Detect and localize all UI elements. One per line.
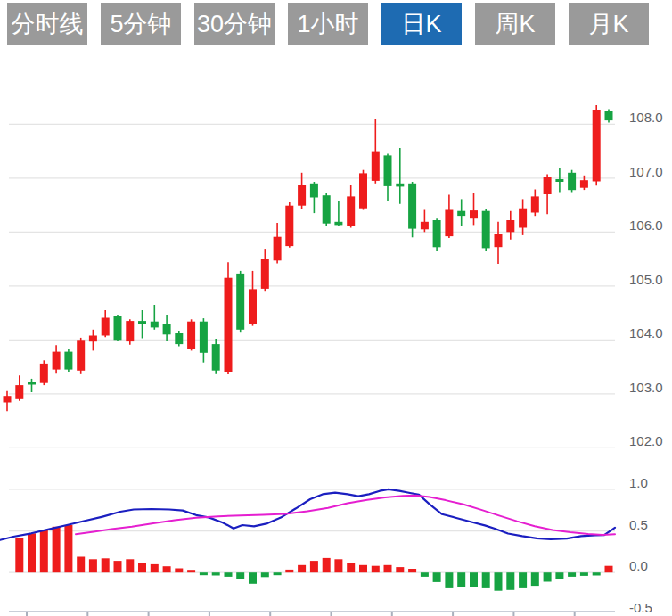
candle-body bbox=[274, 237, 282, 261]
candle-body bbox=[249, 289, 257, 324]
kline-chart-screen: 分时线5分钟30分钟1小时日K周K月K 108.0107.0106.0105.0… bbox=[0, 0, 672, 616]
candle-body bbox=[482, 211, 490, 249]
macd-bar-down bbox=[445, 572, 453, 588]
candle-body bbox=[384, 155, 392, 186]
macd-axis-label: -0.5 bbox=[629, 600, 652, 615]
macd-bar-down bbox=[249, 572, 257, 584]
price-axis-label: 105.0 bbox=[629, 272, 663, 287]
macd-bar-up bbox=[359, 565, 367, 572]
candle-body bbox=[445, 210, 453, 237]
candle-body bbox=[359, 173, 367, 208]
candle-body bbox=[506, 220, 514, 232]
candle-body bbox=[225, 278, 233, 372]
candle-body bbox=[298, 185, 306, 206]
macd-bar-up bbox=[285, 570, 293, 572]
price-axis-label: 103.0 bbox=[629, 380, 663, 395]
candle-body bbox=[126, 321, 134, 341]
candle-body bbox=[347, 196, 355, 226]
candle-body bbox=[408, 184, 416, 229]
macd-bar-up bbox=[77, 557, 85, 573]
candle-body bbox=[605, 111, 613, 120]
candle-body bbox=[396, 184, 404, 187]
macd-bar-down bbox=[274, 572, 282, 575]
macd-bar-up bbox=[187, 570, 195, 572]
candle-body bbox=[593, 110, 601, 182]
macd-bar-up bbox=[89, 559, 97, 572]
candle-body bbox=[433, 220, 441, 247]
macd-bar-down bbox=[495, 572, 503, 591]
candle-body bbox=[519, 209, 527, 228]
macd-bar-up bbox=[372, 566, 380, 573]
macd-bar-down bbox=[433, 572, 441, 582]
candle-body bbox=[310, 184, 318, 198]
macd-bar-up bbox=[334, 559, 342, 572]
macd-axis-label: 1.0 bbox=[629, 475, 648, 490]
macd-bar-up bbox=[396, 567, 404, 572]
candle-body bbox=[544, 177, 552, 194]
candle-body bbox=[334, 222, 342, 226]
candle-body bbox=[421, 222, 429, 229]
candle-body bbox=[470, 210, 478, 218]
macd-bar-down bbox=[421, 572, 429, 577]
macd-bar-up bbox=[408, 569, 416, 572]
macd-bar-down bbox=[212, 572, 220, 575]
macd-axis-label: 0.0 bbox=[629, 558, 648, 573]
macd-bar-down bbox=[506, 572, 514, 590]
candle-body bbox=[53, 352, 61, 370]
candle-body bbox=[580, 180, 588, 188]
dea-line bbox=[76, 496, 615, 535]
candle-body bbox=[77, 340, 85, 371]
macd-bar-down bbox=[544, 572, 552, 581]
macd-bar-down bbox=[482, 572, 490, 588]
macd-bar-down bbox=[555, 572, 563, 579]
price-axis-label: 106.0 bbox=[629, 218, 663, 233]
candle-body bbox=[187, 322, 195, 349]
macd-bar-up bbox=[347, 563, 355, 572]
macd-bar-up bbox=[15, 538, 23, 572]
candle-body bbox=[114, 316, 122, 341]
candle-body bbox=[236, 274, 244, 330]
macd-bar-up bbox=[298, 565, 306, 572]
candle-body bbox=[40, 364, 48, 383]
macd-bar-up bbox=[175, 569, 183, 573]
candle-body bbox=[457, 211, 465, 216]
candle-body bbox=[102, 318, 110, 336]
candle-body bbox=[138, 321, 146, 324]
macd-bar-up bbox=[151, 564, 159, 572]
price-axis-label: 104.0 bbox=[629, 325, 663, 341]
macd-bar-up bbox=[310, 561, 318, 572]
candle-body bbox=[89, 336, 97, 342]
candle-body bbox=[151, 322, 159, 328]
candle-body bbox=[4, 396, 12, 402]
candle-body bbox=[212, 344, 220, 371]
macd-bar-down bbox=[568, 572, 576, 577]
macd-bar-up bbox=[163, 566, 171, 572]
macd-bar-up bbox=[114, 561, 122, 572]
macd-bar-up bbox=[126, 559, 134, 572]
candle-body bbox=[163, 324, 171, 335]
candle-body bbox=[285, 206, 293, 246]
macd-bar-up bbox=[64, 525, 72, 572]
macd-bar-down bbox=[225, 572, 233, 577]
macd-bar-down bbox=[580, 572, 588, 576]
macd-bar-up bbox=[384, 565, 392, 572]
macd-bar-down bbox=[470, 572, 478, 587]
candle-body bbox=[495, 234, 503, 247]
macd-bar-up bbox=[40, 530, 48, 573]
candle-body bbox=[15, 385, 23, 399]
chart-svg: 108.0107.0106.0105.0104.0103.0102.01.00.… bbox=[0, 0, 672, 616]
price-axis-label: 102.0 bbox=[629, 433, 663, 448]
macd-axis-label: 0.5 bbox=[629, 517, 648, 532]
candle-body bbox=[568, 173, 576, 190]
macd-bar-down bbox=[200, 572, 208, 575]
macd-bar-down bbox=[457, 572, 465, 587]
macd-bar-down bbox=[236, 572, 244, 579]
macd-bar-down bbox=[261, 572, 269, 577]
candle-body bbox=[372, 152, 380, 181]
candle-body bbox=[531, 196, 539, 212]
macd-bar-down bbox=[593, 572, 601, 575]
macd-bar-up bbox=[323, 558, 331, 572]
candle-body bbox=[175, 333, 183, 344]
candle-body bbox=[323, 195, 331, 224]
candle-body bbox=[555, 179, 563, 182]
